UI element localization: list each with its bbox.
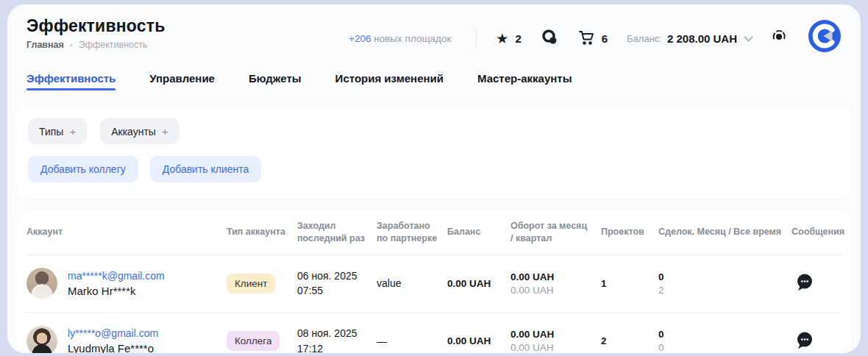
col-deals: Сделок. Месяц / Все время [658, 216, 791, 248]
account-text: ly*****o@gmail.com Lyudmyla Fe****o [68, 327, 158, 353]
col-earned-affiliate: Заработано по партнерке [377, 210, 447, 254]
breadcrumb-home[interactable]: Главная [26, 40, 64, 50]
deals-all-time: 2 [658, 285, 783, 296]
last-visit-cell: 08 ноя. 2025 17:12 [297, 326, 377, 353]
title-block: Эффективность Главная • Эффективность [26, 16, 218, 50]
table-row: ly*****o@gmail.com Lyudmyla Fe****o Колл… [26, 313, 842, 353]
turnover-cell: 0.00 UAH 0.00 UAH [511, 271, 601, 296]
actions-row: Добавить коллегу Добавить клиента [28, 156, 840, 182]
turnover-cell: 0.00 UAH 0.00 UAH [511, 329, 601, 353]
account-email-link[interactable]: ma*****k@gmail.com [68, 270, 165, 282]
account-type-cell: Клиент [227, 274, 297, 293]
message-icon [794, 272, 814, 294]
col-turnover: Оборот за месяц / квартал [511, 210, 601, 254]
avatar [26, 326, 57, 353]
last-visit-cell: 06 ноя. 2025 07:55 [297, 268, 377, 299]
balance-value: 2 208.00 UAH [667, 32, 737, 45]
filter-chip-accounts-label: Аккаунты [111, 126, 156, 138]
account-name: Marko Hr****k [68, 285, 165, 297]
cart-icon [577, 29, 595, 49]
projects-cell: 2 [601, 335, 658, 346]
type-badge: Коллега [227, 331, 280, 351]
filter-chip-accounts[interactable]: Аккаунты + [100, 118, 179, 144]
account-cell: ly*****o@gmail.com Lyudmyla Fe****o [26, 326, 227, 353]
chat-bubble-icon [541, 29, 558, 49]
projects-cell: 1 [601, 278, 658, 289]
last-visit-date: 06 ноя. 2025 [297, 268, 368, 283]
filter-chips-row: Типы + Аккаунты + [28, 118, 840, 144]
type-badge: Клиент [227, 274, 275, 293]
turnover-quarter: 0.00 UAH [511, 342, 592, 353]
cart-counter[interactable]: 6 [577, 29, 608, 49]
last-visit-time: 17:12 [297, 341, 368, 353]
tab-effectiveness[interactable]: Эффективность [26, 72, 115, 93]
account-email-link[interactable]: ly*****o@gmail.com [68, 327, 158, 339]
tab-master-accounts[interactable]: Мастер-аккаунты [477, 72, 572, 93]
star-icon: ★ [496, 32, 508, 46]
filters-card: Типы + Аккаунты + Добавить коллегу Добав… [16, 104, 852, 199]
plus-icon: + [162, 125, 168, 138]
notifications-button[interactable] [769, 27, 789, 49]
chevron-down-icon [744, 32, 753, 42]
app-logo[interactable] [808, 19, 842, 53]
breadcrumb-separator: • [70, 40, 73, 49]
new-sites-notice[interactable]: +206 новых площадок [349, 33, 451, 44]
add-client-button[interactable]: Добавить клиента [150, 156, 262, 182]
col-messages: Сообщения [791, 216, 842, 248]
add-colleague-button[interactable]: Добавить коллегу [28, 156, 138, 182]
deals-cell: 0 0 [658, 329, 791, 353]
chat-button[interactable] [541, 29, 558, 49]
message-button[interactable] [791, 272, 842, 294]
deals-all-time: 0 [658, 342, 783, 353]
last-visit-time: 07:55 [297, 283, 368, 298]
favorites-counter[interactable]: ★ 2 [496, 32, 521, 46]
account-text: ma*****k@gmail.com Marko Hr****k [68, 270, 165, 297]
earned-cell: — [377, 335, 447, 347]
plus-icon: + [69, 125, 76, 138]
last-visit-date: 08 ноя. 2025 [297, 326, 368, 341]
divider [476, 29, 477, 48]
page-title: Эффективность [26, 16, 218, 36]
main-panel: Эффективность Главная • Эффективность +2… [7, 4, 861, 353]
account-cell: ma*****k@gmail.com Marko Hr****k [26, 268, 227, 299]
deals-cell: 0 2 [658, 271, 791, 296]
balance-cell: 0.00 UAH [447, 335, 511, 346]
breadcrumb-current: Эффективность [79, 40, 148, 50]
col-balance: Баланс [447, 216, 511, 248]
col-projects: Проектов [601, 216, 658, 248]
filter-chip-types-label: Типы [39, 126, 63, 138]
col-account: Аккаунт [26, 216, 227, 248]
turnover-quarter: 0.00 UAH [511, 285, 592, 296]
favorites-count: 2 [515, 32, 521, 45]
account-type-cell: Коллега [227, 331, 297, 351]
cart-count: 6 [602, 32, 608, 45]
deals-month: 0 [658, 329, 783, 340]
deals-month: 0 [658, 271, 783, 282]
filter-chip-types[interactable]: Типы + [28, 118, 87, 144]
table-row: ma*****k@gmail.com Marko Hr****k Клиент … [26, 255, 842, 313]
balance-label: Баланс: [627, 33, 662, 44]
turnover-month: 0.00 UAH [511, 271, 592, 282]
tab-budgets[interactable]: Бюджеты [249, 72, 302, 93]
top-right-cluster: +206 новых площадок ★ 2 [218, 16, 842, 53]
broadcast-icon [769, 27, 789, 49]
new-sites-count: +206 [349, 33, 371, 44]
message-icon [794, 330, 814, 352]
top-bar: Эффективность Главная • Эффективность +2… [7, 4, 861, 53]
accounts-table: Аккаунт Тип аккаунта Заходил последний р… [16, 210, 852, 353]
tab-bar: Эффективность Управление Бюджеты История… [7, 53, 861, 93]
col-last-visit: Заходил последний раз [297, 210, 377, 254]
avatar [26, 268, 57, 299]
table-header-row: Аккаунт Тип аккаунта Заходил последний р… [26, 210, 842, 255]
message-button[interactable] [791, 330, 842, 352]
col-account-type: Тип аккаунта [227, 216, 297, 248]
earned-cell: value [377, 277, 447, 289]
new-sites-label: новых площадок [374, 33, 451, 44]
account-name: Lyudmyla Fe****o [68, 342, 158, 353]
balance-dropdown[interactable]: Баланс: 2 208.00 UAH [627, 32, 750, 45]
breadcrumb: Главная • Эффективность [26, 40, 218, 50]
balance-cell: 0.00 UAH [447, 278, 511, 289]
turnover-month: 0.00 UAH [511, 329, 592, 340]
tab-management[interactable]: Управление [149, 72, 215, 93]
tab-change-history[interactable]: История изменений [335, 72, 444, 93]
